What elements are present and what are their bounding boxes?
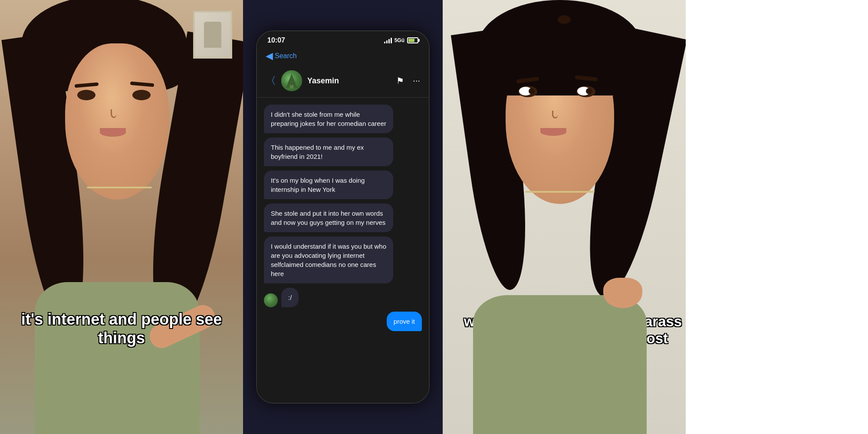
message-1: I didn't she stole from me while prepari… <box>264 105 393 133</box>
middle-panel: 10:07 5Gü ◀ Search 〈 <box>243 0 443 434</box>
messages-area[interactable]: I didn't she stole from me while prepari… <box>257 98 429 403</box>
message-6: :/ <box>281 288 299 307</box>
signal-bar-3 <box>388 39 390 43</box>
flag-icon[interactable]: ⚑ <box>396 76 404 86</box>
sender-avatar-mini <box>264 293 278 307</box>
message-6-row: :/ <box>264 288 299 307</box>
search-back-label[interactable]: Search <box>275 52 297 60</box>
contact-name: Yasemin <box>307 76 391 85</box>
left-panel: it's internet and people see things <box>0 0 243 434</box>
phone-nav-bar: ◀ Search <box>257 48 429 66</box>
signal-bar-4 <box>391 38 392 43</box>
battery-fill <box>408 39 414 42</box>
network-label: 5Gü <box>395 37 404 43</box>
signal-bar-2 <box>386 40 388 43</box>
phone: 10:07 5Gü ◀ Search 〈 <box>256 30 430 404</box>
header-back-icon[interactable]: 〈 <box>266 74 276 88</box>
left-caption-text: it's internet and people see things <box>21 310 222 347</box>
left-person <box>0 0 243 434</box>
phone-header: 〈 Yasemin ⚑ ··· <box>257 66 429 98</box>
status-bar: 10:07 5Gü <box>257 31 429 48</box>
more-options-icon[interactable]: ··· <box>413 76 420 86</box>
message-3: It's on my blog when I was doing interns… <box>264 171 393 199</box>
message-2: This happened to me and my ex boyfriend … <box>264 138 393 166</box>
avatar-image <box>281 70 302 91</box>
signal-bars-icon <box>384 37 392 43</box>
sent-message-row: prove it <box>264 312 422 331</box>
message-4: She stole and put it into her own words … <box>264 204 393 232</box>
contact-avatar[interactable] <box>281 70 302 91</box>
sent-message: prove it <box>387 312 422 331</box>
art-frame <box>193 11 232 59</box>
right-panel: which decide to rant and harass and bull… <box>443 0 686 434</box>
signal-bar-1 <box>384 42 385 43</box>
message-5: I would understand if it was you but who… <box>264 237 393 283</box>
left-caption: it's internet and people see things <box>13 310 230 347</box>
status-icons: 5Gü <box>384 37 418 43</box>
status-time: 10:07 <box>267 36 285 44</box>
battery-icon <box>407 37 418 43</box>
header-action-icons: ⚑ ··· <box>396 76 420 86</box>
back-icon[interactable]: ◀ <box>266 50 273 62</box>
